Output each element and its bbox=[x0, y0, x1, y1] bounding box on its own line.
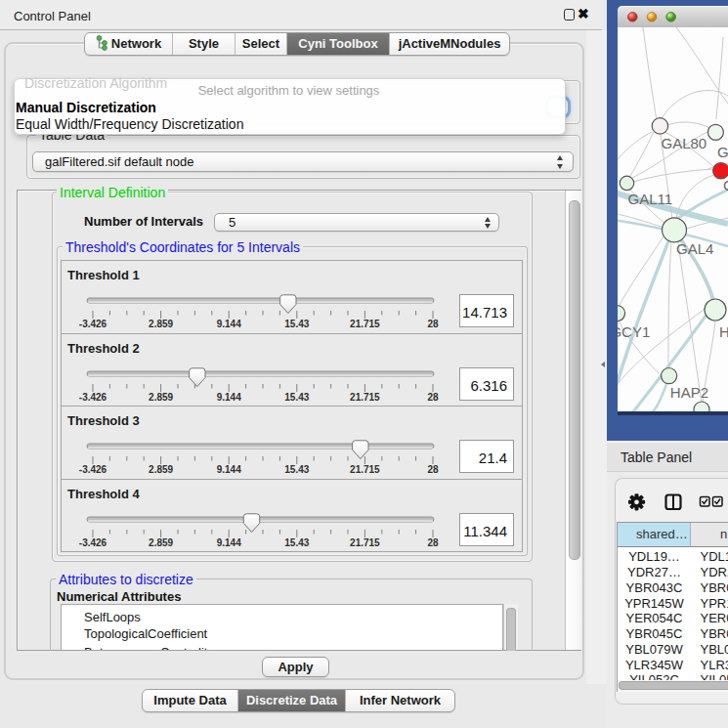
svg-text:HAP2: HAP2 bbox=[670, 384, 708, 401]
svg-text:21.715: 21.715 bbox=[350, 319, 380, 329]
svg-text:28: 28 bbox=[427, 536, 439, 547]
svg-text:9.144: 9.144 bbox=[217, 464, 241, 475]
svg-text:2.859: 2.859 bbox=[149, 391, 173, 402]
svg-text:9.144: 9.144 bbox=[217, 319, 241, 329]
svg-text:-3.426: -3.426 bbox=[79, 464, 107, 475]
svg-text:-3.426: -3.426 bbox=[79, 319, 107, 329]
svg-text:28: 28 bbox=[427, 319, 439, 329]
svg-text:GAL4: GAL4 bbox=[676, 240, 713, 257]
svg-text:9.144: 9.144 bbox=[217, 536, 241, 547]
svg-text:GCY1: GCY1 bbox=[618, 323, 650, 340]
svg-text:-3.426: -3.426 bbox=[79, 391, 107, 402]
svg-text:15.43: 15.43 bbox=[284, 536, 309, 547]
svg-text:GAL11: GAL11 bbox=[628, 191, 673, 207]
svg-text:2.859: 2.859 bbox=[149, 464, 173, 475]
svg-text:21.715: 21.715 bbox=[350, 464, 380, 475]
svg-text:15.43: 15.43 bbox=[284, 391, 309, 402]
svg-text:H: H bbox=[719, 323, 728, 340]
svg-text:G.: G. bbox=[717, 144, 728, 160]
svg-text:15.43: 15.43 bbox=[284, 464, 309, 475]
svg-text:15.43: 15.43 bbox=[284, 319, 309, 329]
svg-text:-3.426: -3.426 bbox=[79, 536, 107, 547]
svg-text:21.715: 21.715 bbox=[350, 536, 380, 547]
svg-text:2.859: 2.859 bbox=[149, 319, 173, 329]
svg-text:GAL80: GAL80 bbox=[662, 135, 707, 151]
svg-text:28: 28 bbox=[427, 464, 439, 475]
svg-text:C: C bbox=[723, 177, 728, 193]
svg-text:21.715: 21.715 bbox=[350, 391, 380, 402]
svg-text:28: 28 bbox=[427, 391, 439, 402]
svg-text:9.144: 9.144 bbox=[217, 391, 241, 402]
svg-text:2.859: 2.859 bbox=[149, 536, 173, 547]
